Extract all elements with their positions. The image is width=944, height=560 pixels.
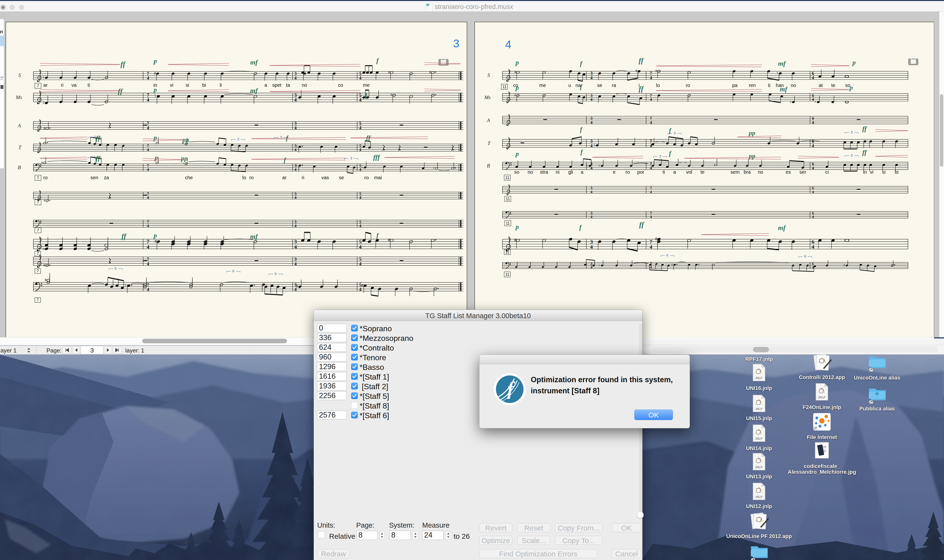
svg-text:u: u [568,83,571,88]
svg-text:p: p [515,150,519,157]
svg-text:pp: pp [180,155,188,162]
svg-text:7: 7 [37,84,39,88]
svg-text:ni: ni [556,169,560,175]
svg-text:ff: ff [96,134,101,142]
svg-text:mf: mf [250,233,258,240]
svg-text:3: 3 [295,71,297,76]
svg-text:3: 3 [591,71,593,76]
svg-text:11: 11 [505,175,509,180]
svg-text:4: 4 [147,261,149,266]
svg-text:p: p [153,86,157,94]
svg-text:4: 4 [591,120,593,125]
svg-text:#: # [388,237,390,243]
svg-text:4: 4 [359,148,361,152]
svg-text:p: p [852,59,856,66]
svg-text:#: # [655,236,657,242]
svg-text:6: 6 [812,262,814,266]
svg-text:11: 11 [506,221,510,225]
svg-text:va: va [71,82,77,88]
svg-text:4: 4 [505,38,511,51]
svg-text:4: 4 [147,287,149,292]
svg-text:3: 3 [659,154,661,158]
svg-text:gli: gli [568,169,573,175]
svg-text:11: 11 [505,272,509,277]
svg-text:4: 4 [147,224,149,228]
svg-text:ro: ro [43,175,48,180]
svg-text:te: te [831,83,835,88]
svg-text:6: 6 [232,269,234,273]
svg-text:3: 3 [453,37,460,50]
svg-text:so: so [514,169,519,175]
svg-text:S: S [487,72,490,78]
svg-text:4: 4 [147,168,149,172]
svg-text:3: 3 [237,137,239,141]
svg-text:4: 4 [359,244,362,250]
svg-text:4: 4 [295,125,297,130]
svg-text:che: che [185,175,193,180]
svg-text:pp: pp [748,129,756,137]
svg-text:♭: ♭ [814,100,816,104]
svg-text:3: 3 [295,220,296,224]
svg-text:#: # [390,92,393,97]
svg-text:#: # [361,283,364,288]
svg-text:4: 4 [812,75,814,80]
svg-text:mf: mf [250,87,258,94]
svg-text:me: me [363,82,370,88]
svg-text:JNLP: JNLP [755,376,763,380]
svg-text:♮: ♮ [777,71,778,75]
svg-text:no: no [791,83,796,88]
svg-text:4: 4 [147,97,149,102]
svg-text:♭: ♭ [586,163,588,168]
svg-text:♭: ♭ [598,163,600,168]
svg-text:JNLP: JNLP [755,407,763,411]
svg-text:ff: ff [121,232,127,240]
svg-text:#: # [636,69,637,73]
svg-text:ti: ti [663,169,665,175]
svg-text:at: at [819,83,823,88]
svg-text:5: 5 [359,257,361,262]
svg-text:4: 4 [812,244,814,250]
svg-text:7: 7 [147,71,149,76]
svg-text:a: a [264,82,267,88]
svg-text:#: # [671,263,673,266]
svg-text:se: se [339,175,344,180]
svg-text:ar: ar [43,82,48,88]
svg-text:7: 7 [147,163,149,168]
svg-text:♭: ♭ [599,263,600,267]
svg-text:p: p [849,84,853,91]
svg-text:pa: pa [732,83,738,88]
svg-text:#: # [514,237,517,243]
svg-text:p: p [515,59,519,66]
svg-text:7: 7 [37,269,39,273]
svg-text:4: 4 [359,195,361,200]
svg-text:6: 6 [275,272,277,275]
svg-text:ff: ff [862,149,867,156]
svg-text:bi: bi [202,82,206,88]
svg-text:6: 6 [666,253,668,257]
svg-text:4: 4 [650,190,652,194]
svg-text:#: # [655,69,657,73]
svg-text:7: 7 [650,71,652,76]
svg-text:pp: pp [748,152,756,160]
svg-text:♭: ♭ [790,100,791,104]
svg-text:Ms: Ms [15,94,22,100]
svg-text:♮: ♮ [105,163,106,166]
svg-text:ar: ar [282,175,287,180]
svg-text:#: # [844,263,845,267]
svg-text:3: 3 [674,131,676,135]
svg-text:mf: mf [778,60,786,67]
svg-text:A: A [17,123,21,129]
svg-text:si: si [882,169,885,175]
svg-text:4: 4 [359,125,361,130]
svg-text:4: 4 [147,244,150,250]
svg-text:4: 4 [650,75,652,80]
svg-text:4: 4 [650,266,652,269]
svg-text:ti: ti [88,82,90,88]
svg-text:mf: mf [780,85,788,93]
svg-text:sem: sem [731,169,740,175]
svg-text:se: se [597,83,602,88]
svg-text:6: 6 [804,254,806,258]
svg-text:ren: ren [749,83,756,88]
svg-text:ff: ff [639,221,645,229]
svg-text:e: e [613,169,615,175]
